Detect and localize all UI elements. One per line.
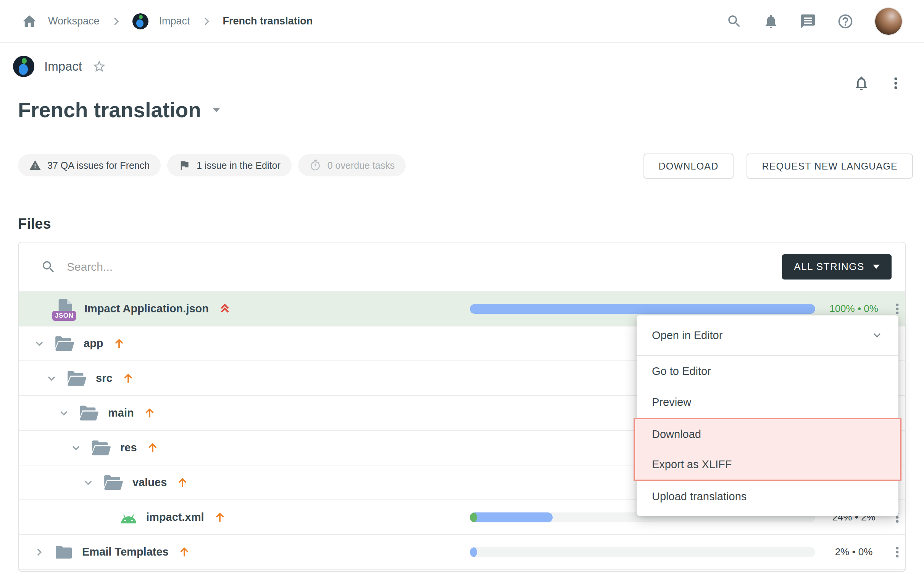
home-icon[interactable] [21, 13, 37, 29]
folder-closed-icon [55, 544, 73, 560]
file-name: Impact Application.json [84, 302, 209, 315]
menu-item-preview[interactable]: Preview [637, 387, 898, 418]
project-name[interactable]: Impact [44, 59, 82, 74]
file-context-menu: Open in Editor Go to Editor Preview Down… [637, 315, 898, 516]
folder-name: res [120, 441, 137, 454]
project-logo [13, 56, 34, 77]
help-icon[interactable] [837, 13, 854, 30]
download-button[interactable]: DOWNLOAD [643, 154, 734, 179]
upload-arrow-icon [178, 546, 191, 559]
json-file-icon: JSON [55, 297, 75, 321]
star-favorite-icon[interactable] [92, 59, 106, 74]
folder-open-icon [79, 405, 99, 422]
folder-name: Email Templates [82, 546, 169, 558]
breadcrumb: Workspace Impact French translation [21, 13, 313, 29]
chip-label: 37 QA issues for French [47, 160, 150, 171]
chevron-right-icon[interactable] [33, 546, 45, 558]
folder-open-icon [55, 335, 74, 352]
progress-translated [470, 547, 477, 557]
menu-item-download[interactable]: Download [635, 419, 900, 449]
upload-arrow-icon [176, 476, 189, 489]
progress-percent: 2% • 0% [820, 546, 887, 558]
warning-icon [29, 159, 41, 171]
highlight-annotation-box: Download Export as XLIFF [634, 418, 901, 481]
title-dropdown-caret-icon[interactable] [213, 108, 220, 112]
chevron-down-icon[interactable] [82, 477, 94, 489]
messages-icon[interactable] [800, 13, 816, 30]
folder-name: app [84, 337, 103, 350]
progress-translated [470, 304, 815, 314]
notifications-bell-icon[interactable] [763, 13, 779, 29]
progress-bar [470, 547, 815, 557]
chevron-right-icon [201, 16, 212, 27]
menu-item-export-as-xliff[interactable]: Export as XLIFF [635, 449, 900, 480]
android-icon [120, 511, 137, 524]
search-input[interactable] [67, 260, 782, 273]
files-heading: Files [18, 216, 51, 232]
kebab-menu-icon[interactable] [888, 76, 903, 91]
chevron-right-icon [110, 16, 122, 27]
chevron-down-icon[interactable] [871, 329, 883, 341]
caret-down-icon [873, 265, 880, 269]
folder-open-icon [67, 370, 87, 387]
upload-arrow-icon [143, 407, 156, 420]
file-name: impact.xml [146, 511, 204, 524]
json-badge: JSON [52, 311, 76, 321]
watch-bell-icon[interactable] [853, 75, 870, 92]
filter-label: ALL STRINGS [794, 261, 864, 273]
chip-label: 1 issue in the Editor [197, 160, 281, 171]
timer-icon [309, 159, 321, 171]
progress-translated [470, 512, 553, 522]
menu-item-upload-translations[interactable]: Upload translations [637, 481, 898, 512]
breadcrumb-current: French translation [223, 15, 313, 27]
upload-arrow-icon [146, 441, 159, 454]
search-icon [41, 259, 56, 275]
upload-arrow-icon [113, 337, 126, 350]
folder-open-icon [91, 440, 111, 456]
chevron-down-icon[interactable] [45, 372, 58, 385]
chip-label: 0 overdue tasks [327, 160, 395, 171]
priority-high-icon [218, 302, 232, 316]
row-kebab-menu-icon[interactable] [890, 545, 904, 559]
folder-open-icon [103, 474, 123, 491]
breadcrumb-workspace[interactable]: Workspace [48, 15, 100, 27]
request-new-language-button[interactable]: REQUEST NEW LANGUAGE [747, 154, 913, 179]
chevron-down-icon[interactable] [58, 407, 70, 419]
strings-filter-button[interactable]: ALL STRINGS [782, 254, 892, 280]
folder-name: src [96, 372, 113, 385]
folder-name: main [108, 407, 134, 419]
folder-row-email-templates[interactable]: Email Templates 2% • 0% [19, 535, 905, 570]
upload-arrow-icon [213, 511, 226, 524]
top-navigation-bar: Workspace Impact French translation [0, 0, 924, 43]
breadcrumb-project[interactable]: Impact [159, 15, 190, 27]
editor-issues-chip[interactable]: 1 issue in the Editor [167, 154, 292, 176]
page-title: French translation [18, 98, 220, 122]
user-avatar[interactable] [874, 7, 903, 36]
qa-issues-chip[interactable]: 37 QA issues for French [18, 154, 161, 176]
folder-name: values [132, 476, 167, 489]
files-toolbar: ALL STRINGS [19, 242, 905, 292]
menu-item-go-to-editor[interactable]: Go to Editor [637, 356, 898, 387]
chevron-down-icon[interactable] [70, 442, 82, 454]
progress-approved [470, 512, 477, 522]
menu-item-open-in-editor[interactable]: Open in Editor [637, 315, 898, 356]
search-icon[interactable] [726, 13, 742, 29]
project-logo[interactable] [132, 13, 148, 29]
menu-item-label: Open in Editor [652, 329, 722, 342]
chevron-down-icon[interactable] [33, 338, 45, 350]
row-kebab-menu-icon[interactable] [890, 302, 904, 316]
flag-icon [178, 159, 190, 171]
overdue-tasks-chip[interactable]: 0 overdue tasks [298, 154, 406, 176]
upload-arrow-icon [122, 372, 135, 385]
progress-percent: 100% • 0% [820, 303, 887, 315]
progress-bar [470, 304, 815, 314]
